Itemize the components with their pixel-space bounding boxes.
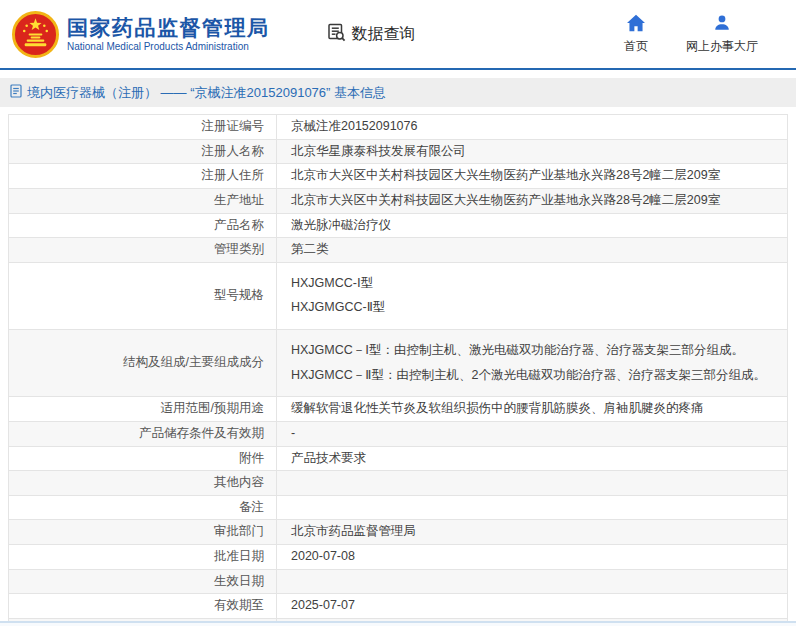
row-label: 注册人住所 <box>9 164 277 189</box>
info-table-body: 注册证编号京械注准20152091076注册人名称北京华星康泰科技发展有限公司注… <box>9 115 788 626</box>
table-row: 产品储存条件及有效期- <box>9 421 788 446</box>
table-row: 有效期至2025-07-07 <box>9 594 788 619</box>
document-search-icon <box>326 22 347 47</box>
row-label: 适用范围/预期用途 <box>9 397 277 422</box>
value-line: HXJGMCC－Ⅰ型：由控制主机、激光电磁双功能治疗器、治疗器支架三部分组成。 <box>291 343 773 359</box>
row-value: 第二类 <box>277 238 788 263</box>
row-label: 注册人名称 <box>9 139 277 164</box>
row-value <box>277 495 788 520</box>
table-row: 备注 <box>9 495 788 520</box>
breadcrumb: 境内医疗器械（注册） —— “京械注准20152091076” 基本信息 <box>0 78 796 107</box>
row-value: 京械注准20152091076 <box>277 115 788 140</box>
row-label: 生效日期 <box>9 569 277 594</box>
row-value: 激光脉冲磁治疗仪 <box>277 213 788 238</box>
page-doc-icon <box>10 84 22 101</box>
home-icon <box>626 14 646 35</box>
site-title: 国家药品监督管理局 <box>67 16 270 40</box>
site-subtitle: National Medical Products Administration <box>67 41 270 52</box>
row-label: 管理类别 <box>9 238 277 263</box>
page: 国家药品监督管理局 National Medical Products Admi… <box>0 0 796 626</box>
row-label: 产品名称 <box>9 213 277 238</box>
table-row: 注册人住所北京市大兴区中关村科技园区大兴生物医药产业基地永兴路28号2幢二层20… <box>9 164 788 189</box>
row-label: 生产地址 <box>9 188 277 213</box>
table-row: 适用范围/预期用途缓解软骨退化性关节炎及软组织损伤中的腰背肌筋膜炎、肩袖肌腱炎的… <box>9 397 788 422</box>
table-row: 生产地址北京市大兴区中关村科技园区大兴生物医药产业基地永兴路28号2幢二层209… <box>9 188 788 213</box>
row-value: 北京市药品监督管理局 <box>277 520 788 545</box>
data-query-label: 数据查询 <box>352 24 416 45</box>
row-label: 审批部门 <box>9 520 277 545</box>
nav-item-label: 网上办事大厅 <box>686 38 758 55</box>
table-row: 产品名称激光脉冲磁治疗仪 <box>9 213 788 238</box>
row-value: HXJGMCC-Ⅰ型HXJGMGCC-Ⅱ型 <box>277 262 788 329</box>
row-value: 缓解软骨退化性关节炎及软组织损伤中的腰背肌筋膜炎、肩袖肌腱炎的疼痛 <box>277 397 788 422</box>
row-value: 产品技术要求 <box>277 446 788 471</box>
row-label: 注册证编号 <box>9 115 277 140</box>
table-row: 结构及组成/主要组成成分HXJGMCC－Ⅰ型：由控制主机、激光电磁双功能治疗器、… <box>9 330 788 397</box>
value-line: HXJGMGCC-Ⅱ型 <box>291 300 773 316</box>
page-title: 境内医疗器械（注册） —— “京械注准20152091076” 基本信息 <box>27 84 386 102</box>
table-row: 注册证编号京械注准20152091076 <box>9 115 788 140</box>
table-row: 批准日期2020-07-08 <box>9 545 788 570</box>
user-icon <box>713 14 731 35</box>
table-row: 审批部门北京市药品监督管理局 <box>9 520 788 545</box>
row-label: 批准日期 <box>9 545 277 570</box>
top-nav: 首页 网上办事大厅 <box>624 14 782 55</box>
row-value: 北京市大兴区中关村科技园区大兴生物医药产业基地永兴路28号2幢二层209室 <box>277 164 788 189</box>
data-query-entry[interactable]: 数据查询 <box>326 22 416 47</box>
row-value: - <box>277 421 788 446</box>
row-label: 型号规格 <box>9 262 277 329</box>
row-label: 附件 <box>9 446 277 471</box>
row-value <box>277 569 788 594</box>
row-value: 2025-07-07 <box>277 594 788 619</box>
row-label: 备注 <box>9 495 277 520</box>
nav-item-home[interactable]: 首页 <box>624 14 648 55</box>
table-row: 附件产品技术要求 <box>9 446 788 471</box>
value-line: HXJGMCC-Ⅰ型 <box>291 276 773 292</box>
value-line: HXJGMCC－Ⅱ型：由控制主机、2个激光电磁双功能治疗器、治疗器支架三部分组成… <box>291 368 773 384</box>
row-value <box>277 471 788 496</box>
national-emblem-logo <box>12 11 59 58</box>
nav-item-service-hall[interactable]: 网上办事大厅 <box>686 14 758 55</box>
row-label: 有效期至 <box>9 594 277 619</box>
row-label: 其他内容 <box>9 471 277 496</box>
row-label: 结构及组成/主要组成成分 <box>9 330 277 397</box>
row-value: 2020-07-08 <box>277 545 788 570</box>
brand-block: 国家药品监督管理局 National Medical Products Admi… <box>67 16 270 52</box>
row-value: 北京市大兴区中关村科技园区大兴生物医药产业基地永兴路28号2幢二层209室 <box>277 188 788 213</box>
row-value: HXJGMCC－Ⅰ型：由控制主机、激光电磁双功能治疗器、治疗器支架三部分组成。H… <box>277 330 788 397</box>
table-row: 型号规格HXJGMCC-Ⅰ型HXJGMGCC-Ⅱ型 <box>9 262 788 329</box>
table-row: 其他内容 <box>9 471 788 496</box>
table-row: 生效日期 <box>9 569 788 594</box>
nav-item-label: 首页 <box>624 38 648 55</box>
info-table: 注册证编号京械注准20152091076注册人名称北京华星康泰科技发展有限公司注… <box>8 114 788 626</box>
footer-divider <box>0 621 796 626</box>
table-row: 管理类别第二类 <box>9 238 788 263</box>
row-label: 产品储存条件及有效期 <box>9 421 277 446</box>
table-row: 注册人名称北京华星康泰科技发展有限公司 <box>9 139 788 164</box>
site-header: 国家药品监督管理局 National Medical Products Admi… <box>0 0 796 70</box>
row-value: 北京华星康泰科技发展有限公司 <box>277 139 788 164</box>
